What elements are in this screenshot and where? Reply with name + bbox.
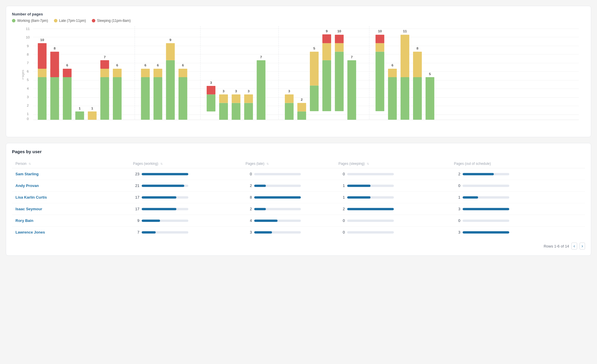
cell-out_of_schedule: 3 [450,227,585,238]
chart-svg: 11 10 9 8 7 6 5 4 3 2 1 0 Pages [22,26,585,120]
bar-track [463,185,509,187]
cell-out_of_schedule: 0 [450,215,585,227]
svg-text:7: 7 [351,55,353,59]
svg-rect-78 [285,103,294,120]
sort-working-icon[interactable]: ⇅ [160,162,163,165]
svg-rect-63 [207,94,215,111]
svg-rect-31 [50,52,59,77]
svg-rect-79 [285,94,294,103]
bar-track [142,196,188,199]
svg-rect-85 [310,52,319,86]
bar-track [254,208,301,210]
svg-rect-66 [219,103,228,120]
table-row: Andy Provan 21 2 1 [12,180,585,192]
bar-track [463,173,509,175]
svg-rect-73 [244,94,253,103]
svg-rect-55 [166,60,175,120]
svg-text:9: 9 [326,29,328,33]
cell-person[interactable]: Rory Bain [12,215,129,227]
svg-rect-92 [335,43,344,52]
table-row: Sam Starling 23 0 0 [12,168,585,180]
cell-person[interactable]: Lisa Karlin Curtis [12,192,129,203]
svg-rect-82 [297,103,306,111]
table-header-row: Person ⇅ Pages (working) ⇅ Pages (late) … [12,159,585,168]
bar-track [347,208,394,210]
col-working[interactable]: Pages (working) ⇅ [129,159,242,168]
bar-track [254,196,301,199]
svg-text:1: 1 [27,112,29,116]
bar-track [254,231,301,234]
bar-track [347,196,394,199]
col-out-of-schedule[interactable]: Pages (out of schedule) [450,159,585,168]
svg-text:0: 0 [27,117,29,120]
legend-late-label: Late (7pm-11pm) [59,19,86,23]
sort-late-icon[interactable]: ⇅ [266,162,269,165]
svg-rect-50 [141,69,150,77]
bar-track [463,231,509,234]
bar-fill [142,196,176,199]
cell-person[interactable]: Isaac Seymour [12,203,129,215]
legend-late-dot [54,19,57,22]
svg-text:6: 6 [27,69,29,73]
svg-text:3: 3 [288,89,290,93]
svg-rect-59 [178,69,187,77]
svg-rect-45 [113,69,122,77]
legend-sleeping-label: Sleeping (11pm-8am) [97,19,131,23]
bar-track [347,185,394,187]
chart-card: Number of pages Working (8am-7pm) Late (… [6,6,591,137]
prev-page-button[interactable]: ‹ [571,243,577,250]
svg-text:8: 8 [27,52,29,56]
svg-text:6: 6 [66,63,68,67]
bar-track [142,173,188,175]
cell-working: 23 [129,168,242,180]
svg-rect-81 [297,112,306,120]
bar-track [347,173,394,175]
bar-fill [254,220,278,222]
svg-rect-106 [401,77,409,120]
cell-sleeping: 2 [335,203,450,215]
cell-working: 21 [129,180,242,192]
sort-sleeping-icon[interactable]: ⇅ [367,162,369,165]
svg-rect-36 [75,112,84,120]
legend-sleeping: Sleeping (11pm-8am) [92,19,131,23]
svg-text:6: 6 [391,63,394,67]
cell-working: 7 [129,227,242,238]
svg-text:10: 10 [378,29,382,33]
svg-rect-110 [413,52,422,77]
cell-sleeping: 0 [335,168,450,180]
cell-person[interactable]: Andy Provan [12,180,129,192]
cell-person[interactable]: Sam Starling [12,168,129,180]
svg-text:3: 3 [235,89,237,93]
svg-rect-67 [219,94,228,103]
next-page-button[interactable]: › [580,243,585,250]
bar-track [347,231,394,234]
svg-text:1: 1 [91,106,93,110]
col-late[interactable]: Pages (late) ⇅ [242,159,335,168]
cell-working: 17 [129,203,242,215]
sort-person-icon[interactable]: ⇅ [29,162,31,165]
cell-person[interactable]: Lawrence Jones [12,227,129,238]
bar-fill [142,220,160,222]
svg-text:9: 9 [169,38,171,42]
legend-working-label: Working (8am-7pm) [17,19,48,23]
pagination: Rows 1-6 of 14 ‹ › [12,243,585,250]
col-sleeping[interactable]: Pages (sleeping) ⇅ [335,159,450,168]
bar-track [463,220,509,222]
bar-fill [347,208,394,210]
svg-rect-34 [63,69,71,77]
cell-sleeping: 0 [335,227,450,238]
cell-out_of_schedule: 0 [450,180,585,192]
bar-fill [254,231,272,234]
legend-sleeping-dot [92,19,95,22]
chart-title: Number of pages [12,12,585,16]
svg-text:7: 7 [104,55,106,59]
bar-track [463,208,509,210]
svg-text:3: 3 [223,89,225,93]
bar-fill [463,196,478,199]
svg-rect-56 [166,43,175,60]
svg-text:6: 6 [182,63,184,67]
bar-track [142,185,188,187]
col-person[interactable]: Person ⇅ [12,159,129,168]
cell-out_of_schedule: 2 [450,168,585,180]
svg-text:6: 6 [157,63,159,67]
